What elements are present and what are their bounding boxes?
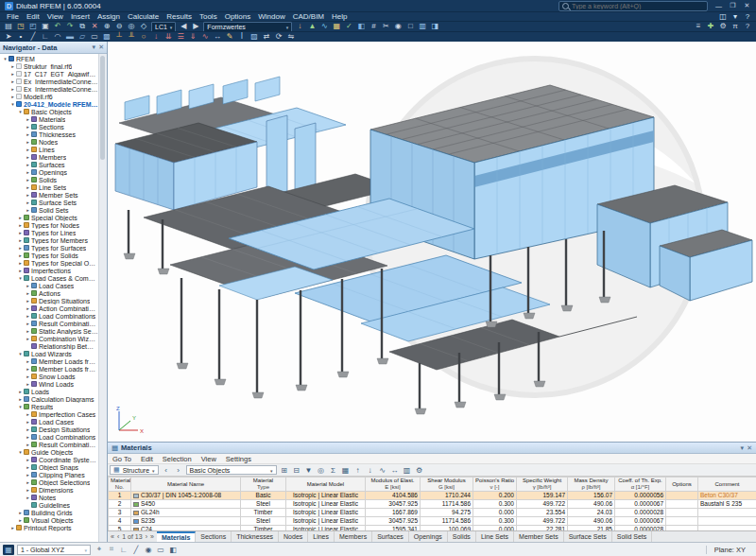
cell-gamma[interactable]: 159.147 xyxy=(517,492,568,500)
column-header-alpha[interactable]: Coeff. of Th. Exp.α [1/°F] xyxy=(615,478,666,492)
tree-item-object-selections[interactable]: ▸Object Selections xyxy=(0,478,98,486)
tree-expand-icon[interactable]: ▸ xyxy=(17,260,24,266)
tree-expand-icon[interactable]: ▸ xyxy=(25,426,31,432)
work-plane-combo[interactable]: 1 - Global XYZ xyxy=(17,545,91,555)
ortho-icon[interactable]: ∟ xyxy=(118,545,129,555)
tree-item-openings[interactable]: ▸Openings xyxy=(0,168,98,176)
clipping-icon[interactable]: ✂ xyxy=(380,22,391,31)
tab-solid-sets[interactable]: Solid Sets xyxy=(612,531,653,542)
printout-report-icon[interactable]: ≡ xyxy=(693,22,704,31)
model-3d-viewport[interactable]: X Y Z xyxy=(108,42,756,442)
cell-model[interactable]: Isotropic | Linear Elastic xyxy=(286,509,366,517)
numbering-icon[interactable]: # xyxy=(368,22,379,31)
tree-expand-icon[interactable]: ▸ xyxy=(17,510,24,515)
tree-item-calculation-diagrams[interactable]: ▸Calculation Diagrams xyxy=(0,395,98,403)
tab-materials[interactable]: Materials xyxy=(157,531,196,542)
zoom-in-icon[interactable]: ⊕ xyxy=(101,22,112,31)
units-icon[interactable]: π xyxy=(730,22,741,31)
tree-expand-icon[interactable]: ▸ xyxy=(25,124,31,130)
cell-name[interactable]: S235 xyxy=(131,517,241,526)
tab-openings[interactable]: Openings xyxy=(409,531,448,542)
cell-G[interactable]: 11714.586 xyxy=(421,500,473,509)
last-table-icon[interactable]: » xyxy=(150,533,154,540)
tree-item-nodes[interactable]: ▸Nodes xyxy=(0,138,98,146)
result-values-combo[interactable]: Formzwertes xyxy=(203,22,292,32)
line-tool-icon[interactable]: ╱ xyxy=(27,32,39,42)
nodal-load-icon[interactable]: ↓ xyxy=(150,32,162,42)
show-supports-icon[interactable]: ▲ xyxy=(306,22,318,31)
tree-item-types-for-surfaces[interactable]: ▸Types for Surfaces xyxy=(0,244,98,252)
tree-item-special-objects[interactable]: ▸Special Objects xyxy=(0,214,98,221)
cell-type[interactable]: Steel xyxy=(241,517,286,526)
tree-expand-icon[interactable]: ▸ xyxy=(25,419,31,425)
tree-expand-icon[interactable]: ▸ xyxy=(25,305,31,311)
cell-comment[interactable]: Baustahl S 235 xyxy=(698,500,756,509)
print-icon[interactable]: ▣ xyxy=(40,22,51,31)
tree-expand-icon[interactable]: ▸ xyxy=(25,457,31,462)
search-input[interactable] xyxy=(572,3,685,9)
next-table-icon[interactable]: › xyxy=(173,465,184,476)
search-table-icon[interactable]: ◎ xyxy=(316,465,327,476)
maximize-button[interactable]: ❐ xyxy=(726,1,740,11)
tree-expand-icon[interactable]: ▸ xyxy=(9,63,16,69)
cell-nu[interactable]: 0.000 xyxy=(473,509,517,517)
pin-icon[interactable]: ▾ xyxy=(741,444,745,452)
cell-rho[interactable]: 156.07 xyxy=(568,492,615,500)
tree-item-relationship-between-load-cases[interactable]: Relationship Between Load Cases xyxy=(0,342,98,350)
cell-G[interactable]: 94.275 xyxy=(421,509,473,517)
tree-item-building-grids[interactable]: ▸Building Grids xyxy=(0,509,98,516)
column-header-type[interactable]: MaterialType xyxy=(241,478,286,492)
cell-alpha[interactable]: 0.0000028 xyxy=(615,509,666,517)
cell-comment[interactable]: Beton C30/37 xyxy=(698,492,756,500)
tree-item-17-c17-egt-alqawifa-holzbau-mode[interactable]: ▸17_C17_EGT_Alqawifa_HolzBau-Modell.rf6 xyxy=(0,70,98,78)
tree-collapse-icon[interactable]: ▾ xyxy=(17,275,24,281)
menu-assign[interactable]: Assign xyxy=(94,12,124,21)
new-model-icon[interactable]: ▤ xyxy=(3,22,14,31)
member-tool-icon[interactable]: ▬ xyxy=(64,32,76,42)
table-settings-icon[interactable]: ⚙ xyxy=(414,465,425,476)
tree-item-loads[interactable]: ▸Loads xyxy=(0,388,98,395)
tree-item-guidelines[interactable]: Guidelines xyxy=(0,501,98,509)
tree-expand-icon[interactable]: ▸ xyxy=(25,366,31,372)
tree-item-materials[interactable]: ▸Materials xyxy=(0,115,98,123)
note-tool-icon[interactable]: ✎ xyxy=(224,32,235,42)
cell-G[interactable]: 1710.244 xyxy=(421,492,473,500)
tree-expand-icon[interactable]: ▸ xyxy=(25,131,31,137)
column-header-comment[interactable]: Comment xyxy=(698,478,756,492)
tree-item-notes[interactable]: ▸Notes xyxy=(0,494,98,501)
materials-menu-edit[interactable]: Edit xyxy=(136,455,158,463)
tree-item-ex-intermediateconnectionpiece-s[interactable]: ▸Ex_IntermediateConnectionPiece Steel/Jo… xyxy=(0,85,98,93)
tree-expand-icon[interactable]: ▸ xyxy=(25,162,31,167)
tables-icon[interactable]: ▥ xyxy=(417,22,428,31)
close-button[interactable]: ✕ xyxy=(740,1,754,11)
tree-expand-icon[interactable]: ▸ xyxy=(25,328,31,334)
tree-collapse-icon[interactable]: ▾ xyxy=(17,351,24,356)
tab-members[interactable]: Members xyxy=(335,531,372,542)
imperfection-icon[interactable]: ∿ xyxy=(199,32,211,42)
material-row-2[interactable]: 2S450SteelIsotropic | Linear Elastic3045… xyxy=(109,500,756,509)
materials-menu-selection[interactable]: Selection xyxy=(158,455,197,463)
cell-E[interactable]: 30457.925 xyxy=(366,517,421,526)
fit-columns-icon[interactable]: ↔ xyxy=(389,465,401,476)
delete-icon[interactable]: ✕ xyxy=(89,22,100,31)
tree-item-coordinate-systems[interactable]: ▸Coordinate Systems xyxy=(0,456,98,463)
tree-item-member-loads-from-line-load[interactable]: ▸Member Loads from Line Load xyxy=(0,365,98,373)
view-mode-icon[interactable] xyxy=(3,545,14,555)
tree-expand-icon[interactable]: ▸ xyxy=(25,358,31,364)
prev-table-icon[interactable]: ‹ xyxy=(117,533,119,540)
tree-item-snow-loads[interactable]: ▸Snow Loads xyxy=(0,373,98,380)
tree-item-types-for-solids[interactable]: ▸Types for Solids xyxy=(0,252,98,259)
cell-options[interactable] xyxy=(666,517,698,526)
polyline-tool-icon[interactable]: ∟ xyxy=(40,32,51,42)
cell-no[interactable]: 2 xyxy=(109,500,131,509)
tree-expand-icon[interactable]: ▸ xyxy=(25,374,31,379)
tree-expand-icon[interactable]: ▸ xyxy=(25,290,31,296)
table-filter-combo[interactable]: Basic Objects xyxy=(186,465,277,475)
tree-expand-icon[interactable]: ▸ xyxy=(9,525,16,530)
help-icon[interactable]: ? xyxy=(742,12,753,22)
tree-item-member-sets[interactable]: ▸Member Sets xyxy=(0,191,98,199)
rotate-icon[interactable]: ⟳ xyxy=(273,32,284,42)
tree-expand-icon[interactable]: ▸ xyxy=(17,222,24,228)
tree-expand-icon[interactable]: ▸ xyxy=(25,192,31,198)
cell-E[interactable]: 30457.925 xyxy=(366,500,421,509)
